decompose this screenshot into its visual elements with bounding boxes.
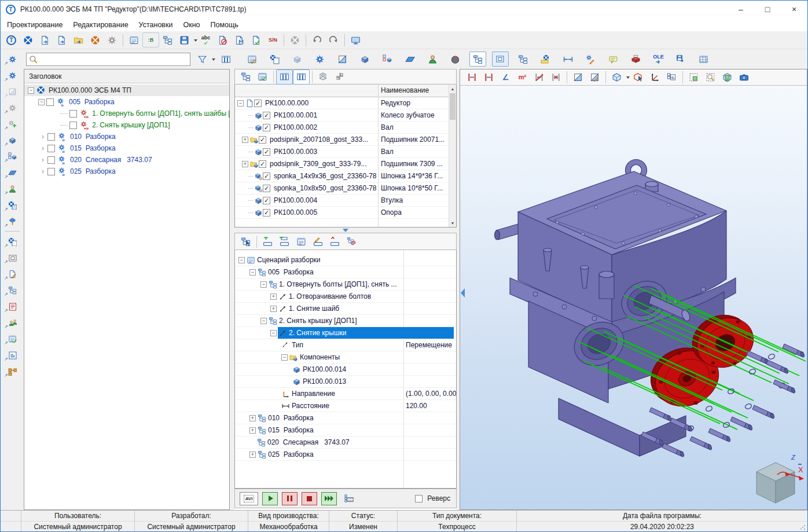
chevron-down-icon[interactable]	[28, 87, 34, 94]
users-button[interactable]: ↗	[3, 314, 21, 331]
fast-forward-button[interactable]	[321, 492, 337, 505]
collapse-icon[interactable]	[260, 318, 267, 324]
row-checkbox[interactable]	[47, 145, 55, 152]
gearbox-scene[interactable]: X Z	[460, 86, 807, 509]
pinwheel-disabled-button[interactable]	[287, 32, 303, 47]
expand-icon[interactable]	[270, 306, 277, 312]
row-checkbox[interactable]	[254, 100, 262, 107]
tree-row-operation[interactable]: » 025 Разборка	[24, 166, 229, 177]
save-button[interactable]	[176, 32, 193, 47]
columns-button[interactable]	[218, 52, 234, 67]
notes-button[interactable]	[605, 52, 622, 67]
section-plane-button[interactable]	[586, 70, 603, 85]
menu-help[interactable]: Помощь	[205, 19, 243, 31]
components-link-button[interactable]: ↗	[3, 363, 21, 379]
serial-number-button[interactable]: S/N	[265, 32, 281, 47]
plane-button[interactable]	[402, 52, 418, 67]
zone-zoom-button[interactable]	[685, 70, 702, 85]
row-checkbox[interactable]	[46, 98, 54, 106]
viewport-3d[interactable]: X Z	[460, 86, 807, 509]
filter-dropdown[interactable]	[212, 58, 215, 63]
maximize-button[interactable]: □	[754, 1, 781, 18]
play-button[interactable]	[262, 492, 278, 505]
scenario-row[interactable]: 015 Разборка	[235, 424, 456, 436]
row-checkbox[interactable]	[69, 110, 77, 118]
chevron-down-icon[interactable]	[38, 99, 45, 105]
view-layout-button[interactable]	[663, 70, 680, 85]
scenario-row[interactable]: 1. Отвернуть болты [ДОП1], снять ...	[235, 278, 456, 291]
scroll-down-button[interactable]: ▼	[449, 219, 456, 227]
form-view-button[interactable]	[126, 32, 142, 47]
parts-copy-button[interactable]: ↗	[3, 148, 21, 164]
row-checkbox[interactable]	[47, 133, 55, 141]
add-child-button[interactable]	[276, 234, 293, 249]
redo-button[interactable]	[325, 32, 342, 47]
edit-row-button[interactable]	[310, 234, 326, 249]
section-button[interactable]	[334, 52, 351, 67]
export-folder-button[interactable]	[70, 32, 87, 47]
pause-button[interactable]	[282, 492, 298, 505]
scenario-row[interactable]: 1. Снятие шайб	[235, 303, 456, 315]
filter-button[interactable]	[194, 52, 211, 67]
measure-angle-button[interactable]: ∠	[497, 70, 514, 85]
collapse-icon[interactable]	[237, 100, 244, 107]
grid-button[interactable]	[695, 52, 712, 67]
scenario-row[interactable]: 010 Разборка	[235, 412, 456, 424]
viewer-button[interactable]: ↗	[3, 250, 21, 266]
tree-row-root[interactable]: РК100.00.000 ЭСБ М4 ТП	[24, 85, 229, 96]
statistics-button[interactable]	[447, 52, 464, 67]
pinwheel-export-button[interactable]	[87, 32, 104, 47]
menu-window[interactable]: Окно	[178, 19, 205, 31]
scenario-row[interactable]: РК100.00.013	[235, 376, 456, 388]
chevron-right-icon[interactable]	[38, 133, 47, 141]
structure-row[interactable]: РК100.00.004 Втулка	[235, 195, 449, 207]
export-document-button[interactable]	[36, 32, 53, 47]
user-strip-button[interactable]: ↗	[3, 181, 21, 197]
tree-structure-button[interactable]	[159, 32, 176, 47]
parts-set-button[interactable]	[379, 52, 396, 67]
minimize-button[interactable]: –	[728, 1, 754, 18]
collapse-arrow-icon[interactable]	[461, 288, 465, 298]
scenario-row[interactable]: Направление (1.00, 0.00, 0.00 )	[235, 388, 456, 400]
route-editor-button[interactable]	[244, 52, 260, 67]
close-button[interactable]: ×	[781, 1, 807, 18]
undo-button[interactable]	[308, 32, 325, 47]
edit-page-button[interactable]: ↗	[3, 266, 21, 282]
frames-button[interactable]	[341, 491, 358, 506]
scenario-row-selected[interactable]: 2. Снятие крышки	[235, 327, 456, 339]
row-checkbox[interactable]	[263, 112, 270, 119]
graph-tree-button[interactable]: ↗	[3, 213, 21, 229]
gear-edit-button[interactable]	[582, 52, 599, 67]
structure-row[interactable]: podsipnik_2007108_gost_333... Подшипник …	[235, 134, 449, 146]
pinwheel-page-button[interactable]: ↗	[3, 233, 21, 250]
structure-row[interactable]: РК100.00.000 Редуктор	[235, 97, 449, 109]
scenario-row[interactable]: 1. Отворачивание болтов	[235, 291, 456, 303]
viewer-panel-button[interactable]	[492, 52, 509, 67]
process-gears-button[interactable]	[311, 52, 328, 67]
measure-distance-button[interactable]	[464, 70, 480, 85]
horizontal-splitter[interactable]	[234, 228, 457, 233]
row-checkbox[interactable]	[263, 197, 270, 204]
part-copy-button[interactable]: ↗	[3, 132, 21, 148]
collapse-icon[interactable]	[238, 257, 245, 263]
axes-button[interactable]	[647, 70, 663, 85]
user-button[interactable]	[424, 52, 441, 67]
split-view-button[interactable]	[332, 69, 348, 85]
document-check-button[interactable]	[248, 32, 265, 47]
orientation-cube[interactable]	[756, 463, 795, 503]
add-row-button[interactable]	[259, 234, 276, 249]
row-checkbox[interactable]	[47, 156, 55, 164]
row-checkbox[interactable]	[47, 168, 55, 175]
scenario-row[interactable]: Расстояние 120.00	[235, 400, 456, 412]
scroll-thumb[interactable]	[450, 93, 456, 120]
row-checkbox[interactable]	[263, 148, 270, 156]
expand-icon[interactable]	[270, 293, 277, 300]
measure-area-button[interactable]: m²	[514, 70, 531, 85]
expand-icon[interactable]	[249, 415, 256, 421]
collapse-icon[interactable]	[260, 281, 267, 288]
tree-row-operation[interactable]: » 005 Разборка	[24, 96, 229, 108]
collapse-icon[interactable]	[281, 354, 288, 361]
row-checkbox[interactable]	[69, 122, 77, 129]
rotate-view-button[interactable]	[719, 70, 736, 85]
blank-part-button[interactable]	[357, 52, 373, 67]
